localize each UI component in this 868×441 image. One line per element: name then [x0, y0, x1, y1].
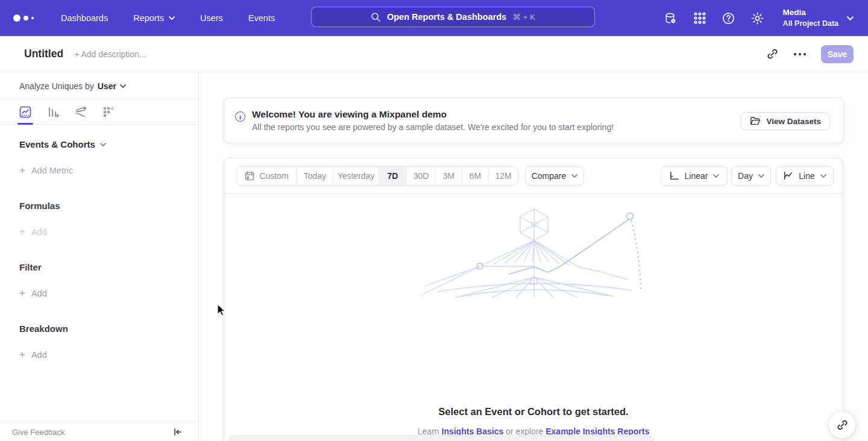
filter-header: Filter	[19, 262, 198, 272]
date-range-control: Custom Today Yesterday 7D 30D 3M 6M 12M	[236, 166, 518, 186]
analyze-row: Analyze Uniques by User	[0, 72, 198, 100]
nav-links: Dashboards Reports Users Events	[48, 8, 288, 28]
share-link-fab[interactable]	[828, 411, 856, 439]
sidebar-footer: Give Feedback	[0, 422, 198, 441]
info-icon: i	[235, 111, 245, 122]
range-custom[interactable]: Custom	[237, 167, 297, 185]
report-header-bar: Untitled + Add description... Save	[0, 36, 868, 72]
folder-icon	[750, 116, 761, 126]
scale-dropdown[interactable]: Linear	[661, 166, 728, 186]
chevron-down-icon	[120, 84, 126, 88]
report-toolbar: Custom Today Yesterday 7D 30D 3M 6M 12M …	[224, 158, 843, 194]
search-placeholder: Open Reports & Dashboards	[387, 12, 506, 22]
range-label: Custom	[259, 171, 288, 181]
calendar-icon	[245, 171, 254, 181]
chevron-down-icon	[571, 174, 577, 178]
tab-flows[interactable]	[75, 106, 87, 118]
main-content: i Welcome! You are viewing a Mixpanel de…	[199, 72, 868, 441]
linear-axis-icon	[669, 171, 679, 181]
range-3m[interactable]: 3M	[436, 167, 462, 185]
plus-icon: +	[19, 349, 25, 360]
scale-label: Linear	[685, 171, 708, 181]
plus-icon: +	[19, 227, 25, 237]
view-datasets-button[interactable]: View Datasets	[741, 112, 830, 130]
add-formula-button[interactable]: + Add	[19, 227, 198, 237]
nav-item-users[interactable]: Users	[200, 8, 223, 28]
nav-item-label: Events	[248, 13, 275, 23]
range-today[interactable]: Today	[297, 167, 333, 185]
range-label: Yesterday	[338, 171, 375, 181]
tab-retention-grid[interactable]	[102, 106, 115, 118]
nav-item-reports[interactable]: Reports	[133, 8, 175, 28]
nav-item-label: Reports	[133, 13, 164, 23]
bottom-panel-edge[interactable]	[228, 435, 654, 441]
line-chart-icon	[783, 171, 793, 181]
help-icon[interactable]	[722, 11, 736, 25]
range-label: 3M	[443, 171, 454, 181]
report-title[interactable]: Untitled	[24, 48, 63, 60]
interval-label: Day	[738, 171, 753, 181]
link-icon	[837, 419, 848, 431]
events-cohorts-label: Events & Cohorts	[19, 139, 95, 149]
chevron-down-icon	[820, 174, 826, 178]
add-metric-button[interactable]: + Add Metric	[19, 165, 198, 175]
analyze-by-dropdown[interactable]: User	[98, 81, 126, 91]
banner-subtitle: All the reports you see are powered by a…	[252, 122, 614, 132]
nav-right: Media All Project Data	[664, 0, 868, 36]
compare-button[interactable]: Compare	[525, 166, 584, 186]
global-search-input[interactable]: Open Reports & Dashboards ⌘ + K	[311, 7, 595, 27]
range-label: 7D	[388, 171, 398, 181]
tab-insights-line[interactable]	[19, 106, 31, 118]
range-30d[interactable]: 30D	[407, 167, 436, 185]
data-management-icon[interactable]	[664, 11, 678, 25]
chart-type-dropdown[interactable]: Line	[776, 166, 834, 186]
add-filter-button[interactable]: + Add	[19, 288, 198, 298]
project-scope: All Project Data	[783, 19, 838, 29]
range-7d[interactable]: 7D	[379, 167, 407, 185]
project-selector[interactable]: Media All Project Data	[783, 7, 854, 28]
selected-tab-indicator	[17, 123, 33, 125]
chevron-down-icon	[169, 16, 175, 20]
search-icon	[371, 12, 381, 22]
analyze-by-value: User	[98, 81, 116, 91]
copy-link-icon[interactable]	[766, 48, 779, 61]
empty-state-title: Select an Event or Cohort to get started…	[224, 406, 843, 418]
settings-gear-icon[interactable]	[750, 11, 765, 25]
analyze-label: Analyze Uniques by	[19, 81, 94, 91]
events-cohorts-header[interactable]: Events & Cohorts	[19, 139, 198, 149]
collapse-sidebar-icon[interactable]	[173, 427, 183, 437]
chart-type-label: Line	[799, 171, 814, 181]
nav-item-label: Dashboards	[61, 13, 108, 23]
give-feedback-link[interactable]: Give Feedback	[12, 428, 64, 437]
add-metric-label: Add Metric	[31, 166, 73, 175]
add-description-field[interactable]: + Add description...	[74, 49, 146, 59]
welcome-banner: i Welcome! You are viewing a Mixpanel de…	[224, 98, 844, 143]
nav-item-dashboards[interactable]: Dashboards	[61, 8, 108, 28]
range-12m[interactable]: 12M	[489, 167, 518, 185]
more-options-icon[interactable]	[793, 48, 807, 61]
apps-grid-icon[interactable]	[693, 11, 707, 25]
formulas-header: Formulas	[19, 201, 198, 211]
breakdown-header: Breakdown	[19, 324, 198, 334]
top-nav: Dashboards Reports Users Events Open Rep…	[0, 0, 868, 36]
query-sidebar: Analyze Uniques by User	[0, 72, 199, 441]
chevron-down-icon	[100, 143, 106, 146]
add-breakdown-button[interactable]: + Add	[19, 349, 198, 360]
chevron-down-icon	[847, 16, 854, 20]
project-name: Media	[783, 7, 838, 18]
search-shortcut: ⌘ + K	[512, 12, 535, 22]
mixpanel-logo-icon[interactable]	[13, 14, 41, 22]
plus-icon: +	[19, 165, 25, 175]
interval-dropdown[interactable]: Day	[731, 166, 771, 186]
view-datasets-label: View Datasets	[766, 117, 821, 126]
plus-icon: +	[19, 288, 25, 298]
save-button[interactable]: Save	[821, 45, 854, 63]
tab-bar-chart[interactable]	[47, 106, 59, 118]
empty-state: Select an Event or Cohort to get started…	[224, 194, 843, 441]
chevron-down-icon	[713, 174, 719, 178]
range-label: 6M	[470, 171, 481, 181]
nav-item-events[interactable]: Events	[248, 8, 275, 28]
range-6m[interactable]: 6M	[462, 167, 489, 185]
range-yesterday[interactable]: Yesterday	[333, 167, 379, 185]
compare-label: Compare	[532, 171, 567, 181]
